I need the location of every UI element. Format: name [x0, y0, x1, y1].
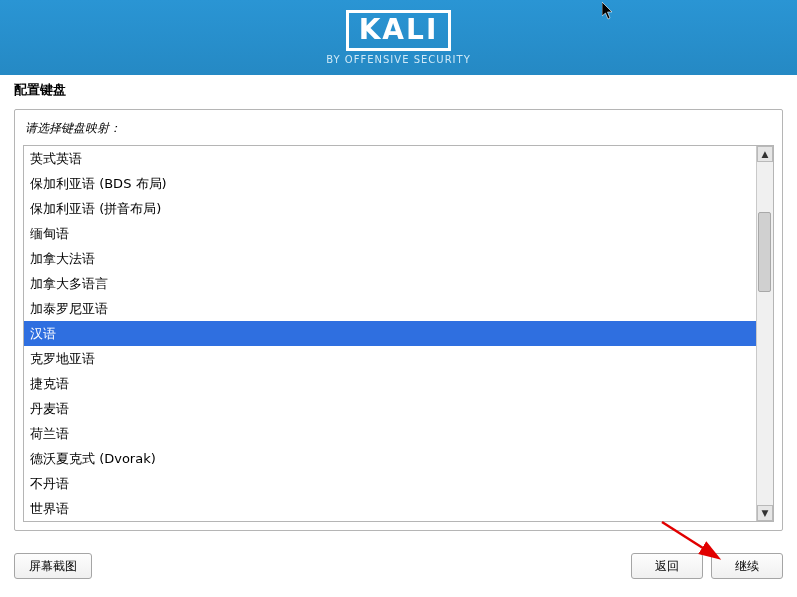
- main-panel: 请选择键盘映射： 英式英语保加利亚语 (BDS 布局)保加利亚语 (拼音布局)缅…: [14, 109, 783, 531]
- scroll-thumb[interactable]: [758, 212, 771, 292]
- list-item[interactable]: 加泰罗尼亚语: [24, 296, 756, 321]
- footer-bar: 屏幕截图 返回 继续: [14, 553, 783, 579]
- list-item[interactable]: 世界语: [24, 496, 756, 521]
- cursor-icon: [602, 2, 614, 20]
- list-item[interactable]: 加拿大法语: [24, 246, 756, 271]
- list-item[interactable]: 英式英语: [24, 146, 756, 171]
- scroll-up-button[interactable]: ▲: [757, 146, 773, 162]
- brand-subtitle: BY OFFENSIVE SECURITY: [326, 54, 471, 65]
- list-item[interactable]: 德沃夏克式 (Dvorak): [24, 446, 756, 471]
- list-item[interactable]: 荷兰语: [24, 421, 756, 446]
- prompt-label: 请选择键盘映射：: [15, 120, 782, 145]
- list-item[interactable]: 汉语: [24, 321, 756, 346]
- scrollbar[interactable]: ▲ ▼: [756, 146, 773, 521]
- list-item[interactable]: 保加利亚语 (拼音布局): [24, 196, 756, 221]
- list-item[interactable]: 加拿大多语言: [24, 271, 756, 296]
- list-item[interactable]: 不丹语: [24, 471, 756, 496]
- page-title: 配置键盘: [0, 75, 797, 105]
- keyboard-layout-list[interactable]: 英式英语保加利亚语 (BDS 布局)保加利亚语 (拼音布局)缅甸语加拿大法语加拿…: [24, 146, 756, 521]
- scroll-track[interactable]: [757, 162, 773, 505]
- back-button[interactable]: 返回: [631, 553, 703, 579]
- continue-button[interactable]: 继续: [711, 553, 783, 579]
- scroll-down-button[interactable]: ▼: [757, 505, 773, 521]
- screenshot-button[interactable]: 屏幕截图: [14, 553, 92, 579]
- keyboard-layout-listbox[interactable]: 英式英语保加利亚语 (BDS 布局)保加利亚语 (拼音布局)缅甸语加拿大法语加拿…: [23, 145, 774, 522]
- list-item[interactable]: 捷克语: [24, 371, 756, 396]
- list-item[interactable]: 保加利亚语 (BDS 布局): [24, 171, 756, 196]
- list-item[interactable]: 丹麦语: [24, 396, 756, 421]
- list-item[interactable]: 克罗地亚语: [24, 346, 756, 371]
- list-item[interactable]: 缅甸语: [24, 221, 756, 246]
- brand-name: KALI: [346, 10, 452, 51]
- kali-logo: KALI BY OFFENSIVE SECURITY: [326, 10, 471, 65]
- footer-right-group: 返回 继续: [631, 553, 783, 579]
- installer-header: KALI BY OFFENSIVE SECURITY: [0, 0, 797, 75]
